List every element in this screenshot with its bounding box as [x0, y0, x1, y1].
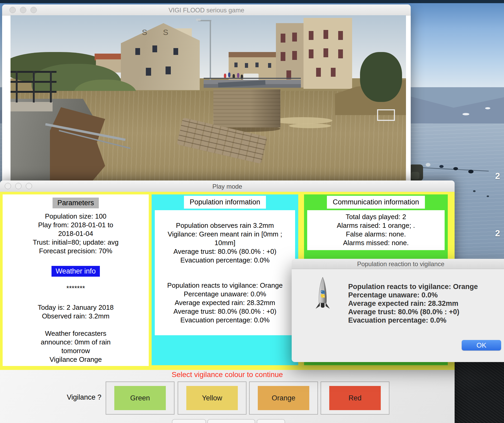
buoy [439, 165, 444, 168]
photo-railing [11, 71, 56, 108]
vigilance-orange-swatch[interactable]: Orange [258, 386, 309, 410]
vigilance-green-button[interactable]: Green [106, 381, 174, 415]
vigilance-orange-button[interactable]: Orange [249, 381, 318, 415]
stop-button[interactable]: Stop [257, 419, 285, 423]
screen: { "background": {"badge_top": "2", "badg… [0, 0, 504, 423]
pop-expected-rain: Average expected rain: 28.32mm [155, 298, 295, 307]
dialog-line-evacuation: Evacuation percentage: 0.0% [348, 316, 504, 324]
buoy-white [426, 163, 430, 167]
dialog-title: Population reaction to vigilance [292, 260, 504, 268]
dialog-message: Population reacts to vigilance: Orange P… [348, 282, 504, 324]
photo-white-railing [377, 109, 395, 121]
pop-average-trust-2: Average trust: 80.0% (80.0% : +0) [155, 307, 295, 316]
vigilance-red-button[interactable]: Red [321, 381, 389, 415]
population-panel: Population information Population observ… [152, 194, 298, 365]
communication-panel-content: Total days played: 2 Alarms raised: 1 or… [307, 210, 445, 250]
weather-today: Today is: 2 January 2018 [3, 303, 149, 312]
comm-alarms-raised: Alarms raised: 1 orange; . [307, 221, 445, 230]
weather-vigilance: Vigilance Orange [3, 355, 149, 364]
photo-person [237, 73, 239, 78]
weather-forecast-3: tomorrow [3, 347, 149, 355]
photo-wall-anchors: S S [142, 28, 175, 37]
play-window-title: Play mode [0, 183, 455, 190]
photo-person [228, 73, 230, 77]
pop-average-trust: Average trust: 80.0% (80.0% : +0) [155, 247, 295, 256]
param-population-size: Population size: 100 [3, 212, 149, 221]
photo-rapids [289, 123, 331, 128]
parameters-label: Parameters [53, 198, 99, 208]
dialog-line-expected-rain: Average expected rain: 28.32mm [348, 299, 504, 308]
param-play-from: Play from: 2018-01-01 to [3, 221, 149, 229]
photo-rapids [272, 117, 332, 124]
population-panel-title: Population information [184, 196, 266, 209]
photo-right-building-tall [304, 18, 352, 89]
background-dark-object-inner [411, 172, 419, 179]
comm-alarms-missed: Alarms missed: none. [307, 239, 445, 247]
population-panel-content: Population observes rain 3.2mm Vigilance… [155, 210, 295, 335]
select-vigilance-prompt: Select vigilance colour to continue [0, 370, 455, 379]
weather-forecast-1: Weather forecasters [3, 329, 149, 338]
comm-days-played: Total days played: 2 [307, 213, 445, 221]
water-speck [487, 195, 489, 197]
photo-streetlamp-head [196, 19, 201, 21]
photo-eroded-bank [50, 107, 105, 185]
buoy [468, 170, 474, 173]
background-number-bottom: 2 [495, 228, 504, 238]
start-button[interactable]: START [172, 419, 206, 423]
param-forecast-precision: Forecast precision: 70% [3, 247, 149, 255]
dialog-line-reaction: Population reacts to vigilance: Orange [348, 282, 504, 291]
main-window-titlebar[interactable]: VIGI FLOOD serious game [2, 4, 411, 16]
dialog-line-unaware: Percentage unaware: 0.0% [348, 291, 504, 299]
play-window-titlebar[interactable]: Play mode [0, 180, 455, 192]
vigilance-red-swatch[interactable]: Red [329, 386, 381, 410]
vigilance-yellow-swatch[interactable]: Yellow [186, 386, 238, 410]
weather-info-button[interactable]: Weather info [52, 266, 100, 277]
mountain-snow-patch [485, 107, 490, 109]
vigilance-green-swatch[interactable]: Green [114, 386, 166, 410]
flood-photo: S S [11, 15, 406, 185]
weather-observed-rain: Observed rain: 3.2mm [3, 312, 149, 321]
mountain-snow-patch [462, 113, 469, 115]
main-window-title: VIGI FLOOD serious game [2, 7, 411, 14]
pop-observes-rain: Population observes rain 3.2mm [155, 221, 295, 230]
top-menu-strip [0, 0, 504, 3]
ok-button[interactable]: OK [462, 340, 501, 350]
pop-reacts-vigilance: Population reacts to vigilance: Orange [155, 281, 295, 290]
photo-bridge-rail [204, 78, 301, 79]
comm-false-alarms: False alarms: none. [307, 230, 445, 239]
python-rocket-icon [315, 277, 331, 310]
weather-forecast-2: announce: 0mm of rain [3, 338, 149, 347]
population-reaction-dialog: Population reaction to vigilance Populat… [292, 259, 504, 362]
weather-stars: ******* [3, 284, 149, 293]
pop-vigilance-meaning-2: 10mm] [155, 239, 295, 247]
pop-vigilance-meaning: Vigilance: Green meant rain in [0mm ; [155, 230, 295, 239]
next-day-button[interactable]: NEXT DAY [207, 419, 255, 423]
communication-panel-title: Communication information [327, 196, 425, 209]
dialog-line-trust: Average trust: 80.0% (80.0% : +0) [348, 308, 504, 316]
pop-unaware: Percentage unaware: 0.0% [155, 290, 295, 298]
water-speck [473, 190, 476, 192]
background-number-top: 2 [495, 171, 504, 181]
pop-evacuation-2: Evacuation percentage: 0.0% [155, 316, 295, 324]
photo-bridge-pier [213, 89, 280, 127]
photo-right-tree [360, 52, 402, 102]
parameters-panel: Parameters Population size: 100 Play fro… [3, 194, 149, 366]
param-trust: Trust: initial=80; update: avg [3, 238, 149, 247]
dialog-titlebar[interactable]: Population reaction to vigilance [292, 259, 504, 269]
vigilance-yellow-button[interactable]: Yellow [178, 381, 246, 415]
param-play-to: 2018-01-04 [3, 229, 149, 238]
photo-streetlamp-pole [210, 20, 211, 86]
buoy [453, 167, 458, 170]
pop-evacuation: Evacuation percentage: 0.0% [155, 256, 295, 265]
